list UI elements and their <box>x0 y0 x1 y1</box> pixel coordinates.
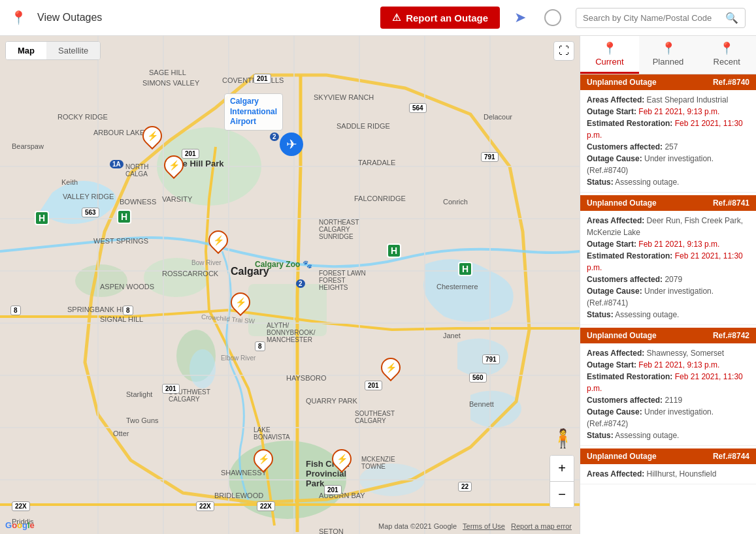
fullscreen-button[interactable]: ⛶ <box>553 41 574 61</box>
outage-ref-8742: Ref.#8742 <box>713 331 749 340</box>
road-badge-2-mid: 2 <box>296 279 305 288</box>
outage-ref-8744: Ref.#8744 <box>713 452 749 461</box>
outage-pin-1[interactable]: ⚡ <box>142 126 162 146</box>
svg-point-7 <box>189 349 216 388</box>
start-value-8740: Feb 21 2021, 9:13 p.m. <box>638 107 719 116</box>
restoration-label-8742: Estimated Restoration: <box>587 372 672 381</box>
outage-pin-6[interactable]: ⚡ <box>254 449 273 469</box>
areas-label-8742: Areas Affected: <box>587 349 644 358</box>
road-badge-564: 564 <box>409 103 427 113</box>
svg-point-2 <box>144 258 209 297</box>
report-btn-label: Report an Outage <box>406 12 488 24</box>
svg-point-6 <box>75 264 127 297</box>
outage-card-8741-body: Areas Affected: Deer Run, Fish Creek Par… <box>580 211 756 324</box>
road-badge-8-w: 8 <box>10 306 21 315</box>
map-tab-map[interactable]: Map <box>6 42 46 59</box>
status-value-8742: Assessing outage. <box>615 431 679 440</box>
map-tab-satellite[interactable]: Satellite <box>46 42 100 59</box>
refresh-icon[interactable] <box>544 9 561 26</box>
map-tab-bar: Map Satellite <box>5 41 101 60</box>
outage-card-8742-body: Areas Affected: Shawnessy, Somerset Outa… <box>580 343 756 445</box>
search-input[interactable] <box>583 13 725 23</box>
customers-value-8740: 257 <box>665 142 678 151</box>
road-badge-201-nw: 201 <box>182 149 199 159</box>
current-tab-icon: 📍 <box>602 41 617 55</box>
customers-value-8741: 2079 <box>665 275 682 284</box>
tab-recent[interactable]: 📍 Recent <box>697 36 756 74</box>
outage-pin-5[interactable]: ⚡ <box>381 358 401 377</box>
road-badge-791-s: 791 <box>482 354 500 364</box>
status-value-8740: Assessing outage. <box>615 178 679 187</box>
areas-value-8744: Hillhurst, Hounsfield <box>647 469 717 479</box>
outage-card-8742-header: Unplanned Outage Ref.#8742 <box>580 328 756 343</box>
road-badge-22x-e: 22X <box>257 501 275 511</box>
outage-card-8741[interactable]: Unplanned Outage Ref.#8741 Areas Affecte… <box>580 195 756 325</box>
status-label-8740: Status: <box>587 178 614 187</box>
recent-tab-label: Recent <box>714 57 740 67</box>
road-badge-1a: 1A <box>110 160 123 168</box>
calgary-zoo-label: Calgary Zoo 🐾 <box>255 260 312 269</box>
start-label-8742: Outage Start: <box>587 360 636 369</box>
outage-pin-2[interactable]: ⚡ <box>164 155 184 175</box>
planned-tab-icon: 📍 <box>661 41 676 55</box>
tab-current[interactable]: 📍 Current <box>580 36 639 74</box>
road-badge-22x-w: 22X <box>12 501 30 511</box>
outage-pin-7[interactable]: ⚡ <box>332 449 352 469</box>
pegman[interactable]: 🧍 <box>551 428 574 449</box>
road-badge-791-n: 791 <box>481 152 499 162</box>
terms-of-use-link[interactable]: Terms of Use <box>463 522 505 530</box>
restoration-label-8740: Estimated Restoration: <box>587 119 672 128</box>
planned-tab-label: Planned <box>653 57 684 67</box>
road-badge-22x-mid: 22X <box>196 501 214 511</box>
navigate-arrow-icon[interactable]: ➤ <box>514 9 526 26</box>
current-tab-label: Current <box>595 57 623 67</box>
tab-planned[interactable]: 📍 Planned <box>639 36 698 74</box>
hospital-marker-1: H <box>35 211 49 225</box>
outage-ref-8741: Ref.#8741 <box>713 198 749 208</box>
zoom-out-button[interactable]: − <box>550 482 574 507</box>
outage-card-8742[interactable]: Unplanned Outage Ref.#8742 Areas Affecte… <box>580 328 756 446</box>
road-badge-8-e: 8 <box>255 341 265 351</box>
outage-list[interactable]: Unplanned Outage Ref.#8740 Areas Affecte… <box>580 74 756 534</box>
outage-card-8744-header: Unplanned Outage Ref.#8744 <box>580 448 756 464</box>
outage-card-8740-body: Areas Affected: East Shepard Industrial … <box>580 90 756 192</box>
hospital-marker-4: H <box>458 262 472 276</box>
areas-label-8741: Areas Affected: <box>587 216 644 225</box>
main: SAGE HILL SIMONS VALLEY COVENTRY HILLS S… <box>0 36 756 534</box>
cause-label-8741: Outage Cause: <box>587 287 642 296</box>
road-badge-8-mid: 8 <box>123 306 133 315</box>
outage-card-8740-header: Unplanned Outage Ref.#8740 <box>580 74 756 90</box>
outage-card-8744-body: Areas Affected: Hillhurst, Hounsfield <box>580 464 756 484</box>
areas-label-8740: Areas Affected: <box>587 95 644 104</box>
start-value-8741: Feb 21 2021, 9:13 p.m. <box>638 240 719 249</box>
recent-tab-icon: 📍 <box>719 41 734 55</box>
road-badge-560: 560 <box>469 373 487 383</box>
status-label-8742: Status: <box>587 431 614 440</box>
areas-value-8740: East Shepard Industrial <box>647 95 729 104</box>
outage-card-8744[interactable]: Unplanned Outage Ref.#8744 Areas Affecte… <box>580 448 756 484</box>
map-area[interactable]: SAGE HILL SIMONS VALLEY COVENTRY HILLS S… <box>0 36 580 534</box>
search-icon[interactable]: 🔍 <box>725 12 738 24</box>
outage-pin-4[interactable]: ⚡ <box>231 292 250 312</box>
search-bar: 🔍 <box>576 8 746 28</box>
start-label-8740: Outage Start: <box>587 107 636 116</box>
outage-card-8740[interactable]: Unplanned Outage Ref.#8740 Areas Affecte… <box>580 74 756 193</box>
road-badge-22: 22 <box>458 482 472 492</box>
sidebar: 📍 Current 📍 Planned 📍 Recent Unplanned O… <box>580 36 756 534</box>
start-value-8742: Feb 21 2021, 9:13 p.m. <box>638 360 719 369</box>
report-map-error-link[interactable]: Report a map error <box>511 522 572 530</box>
cause-label-8742: Outage Cause: <box>587 407 642 416</box>
areas-label-8744: Areas Affected: <box>587 469 644 479</box>
zoom-controls: + − <box>550 455 574 508</box>
cause-label-8740: Outage Cause: <box>587 154 642 163</box>
customers-label-8741: Customers affected: <box>587 275 663 284</box>
svg-rect-3 <box>248 284 327 336</box>
status-label-8741: Status: <box>587 310 614 319</box>
outage-type-8740: Unplanned Outage <box>587 78 657 87</box>
zoom-in-button[interactable]: + <box>550 456 574 482</box>
customers-label-8742: Customers affected: <box>587 396 663 405</box>
outage-pin-3[interactable]: ⚡ <box>208 230 228 250</box>
start-label-8741: Outage Start: <box>587 240 636 249</box>
airport-label: CalgaryInternationalAirport <box>224 93 283 131</box>
report-outage-button[interactable]: ⚠ Report an Outage <box>380 7 500 29</box>
